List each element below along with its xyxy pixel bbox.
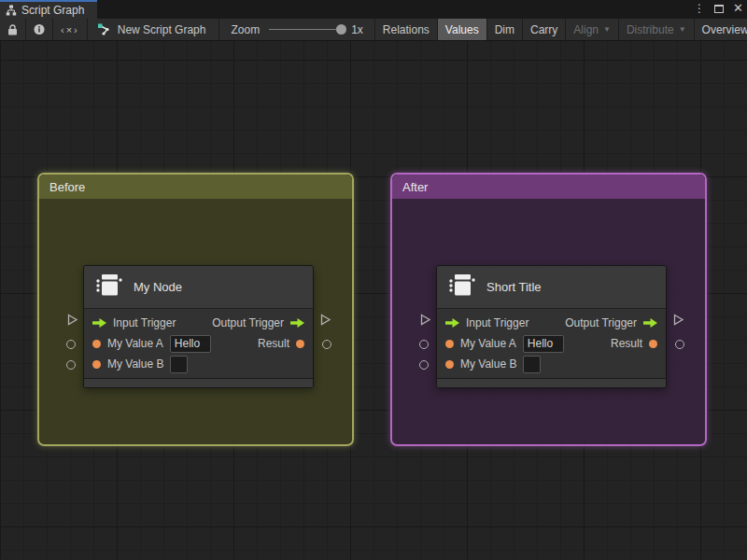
ext-trigger-out-port[interactable] (672, 313, 684, 329)
dim-button[interactable]: Dim (487, 19, 523, 40)
value-b-port[interactable] (92, 360, 101, 369)
port-row-trigger: Input Trigger Output Trigger (437, 313, 666, 333)
align-dropdown[interactable]: Align ▼ (566, 19, 619, 40)
values-button[interactable]: Values (438, 19, 487, 40)
zoom-slider[interactable] (269, 29, 342, 30)
group-title: Before (49, 180, 85, 194)
port-label: Output Trigger (212, 316, 284, 329)
tab-strip: Script Graph ⋮ ✕ (0, 0, 747, 19)
relations-button[interactable]: Relations (375, 19, 438, 40)
group-header[interactable]: Before (39, 175, 352, 199)
window-menu-icon[interactable]: ⋮ (694, 2, 705, 15)
port-label: My Value A (460, 337, 516, 350)
toolbar: ‹×› New Script Graph Zoom 1x Relations V… (0, 19, 747, 41)
chevron-down-icon: ▼ (603, 25, 611, 34)
port-label: My Value B (107, 357, 163, 371)
output-trigger-port[interactable] (643, 318, 657, 328)
ext-value-b-port[interactable] (66, 360, 76, 370)
port-label: Input Trigger (466, 316, 529, 329)
group-title: After (402, 180, 428, 194)
carry-button[interactable]: Carry (523, 19, 566, 40)
lock-button[interactable] (0, 19, 26, 40)
port-label: My Value A (107, 337, 163, 350)
group-header[interactable]: After (392, 175, 705, 199)
ext-result-port[interactable] (675, 340, 684, 349)
node-title: Short Title (486, 280, 542, 294)
close-icon[interactable]: ✕ (733, 2, 743, 15)
port-label: My Value B (460, 357, 516, 371)
value-b-port[interactable] (445, 360, 454, 369)
chevron-down-icon: ▼ (679, 25, 686, 34)
result-port[interactable] (296, 340, 304, 348)
script-graph-icon (97, 23, 110, 35)
distribute-label: Distribute (627, 23, 674, 36)
port-row-value-b: My Value B (84, 354, 313, 374)
value-a-port[interactable] (445, 340, 454, 348)
ext-trigger-out-port[interactable] (319, 313, 331, 329)
unit-icon (448, 273, 476, 301)
zoom-label: Zoom (231, 23, 260, 36)
zoom-slider-handle[interactable] (336, 24, 346, 35)
node-title: My Node (134, 280, 182, 294)
node-header[interactable]: My Node (84, 266, 313, 309)
node-short-title[interactable]: Short Title Input Trigger Output Trigger (436, 265, 667, 388)
ext-trigger-in-port[interactable] (66, 313, 78, 329)
overview-button[interactable]: Overview (695, 19, 747, 40)
node-footer (437, 378, 666, 387)
unit-icon (95, 273, 123, 301)
value-a-input[interactable] (523, 335, 564, 353)
node-header[interactable]: Short Title (437, 266, 666, 309)
port-row-trigger: Input Trigger Output Trigger (84, 313, 313, 333)
graph-canvas[interactable]: Before My Node (0, 41, 747, 559)
ext-value-b-port[interactable] (419, 360, 429, 370)
ext-trigger-in-port[interactable] (419, 313, 431, 329)
port-label: Output Trigger (565, 316, 637, 329)
node-footer (84, 378, 313, 387)
port-row-value-a: My Value A Result (84, 333, 313, 354)
value-a-port[interactable] (92, 340, 101, 348)
port-row-value-b: My Value B (437, 354, 666, 374)
value-b-input[interactable] (170, 356, 188, 373)
node-body: Input Trigger Output Trigger My Value A … (437, 309, 666, 378)
port-label: Result (258, 337, 289, 350)
graph-hierarchy-icon (6, 5, 17, 16)
value-b-input[interactable] (523, 356, 541, 373)
info-button[interactable] (26, 19, 53, 40)
maximize-icon[interactable] (714, 5, 724, 13)
distribute-dropdown[interactable]: Distribute ▼ (619, 19, 695, 40)
group-after[interactable]: After Short Title (390, 173, 707, 446)
port-label: Input Trigger (113, 316, 176, 329)
ext-value-a-port[interactable] (66, 340, 76, 349)
port-row-value-a: My Value A Result (437, 333, 666, 354)
node-my-node[interactable]: My Node Input Trigger Output Trigger (83, 265, 314, 388)
input-trigger-port[interactable] (92, 318, 106, 328)
code-view-button[interactable]: ‹×› (53, 19, 88, 40)
zoom-value: 1x (351, 23, 363, 36)
group-before[interactable]: Before My Node (37, 173, 354, 446)
align-label: Align (573, 23, 599, 36)
zoom-control: Zoom 1x (219, 19, 374, 40)
result-port[interactable] (649, 340, 657, 348)
output-trigger-port[interactable] (290, 318, 304, 328)
ext-result-port[interactable] (322, 340, 331, 349)
tab-label: Script Graph (21, 4, 84, 17)
ext-value-a-port[interactable] (419, 340, 429, 349)
graph-title: New Script Graph (118, 23, 206, 36)
code-icon: ‹×› (61, 24, 79, 35)
tab-script-graph[interactable]: Script Graph (0, 0, 97, 19)
input-trigger-port[interactable] (445, 318, 459, 328)
value-a-input[interactable] (170, 335, 211, 353)
graph-title-area[interactable]: New Script Graph (88, 19, 220, 40)
port-label: Result (611, 337, 642, 350)
node-body: Input Trigger Output Trigger My Value A … (84, 309, 313, 378)
